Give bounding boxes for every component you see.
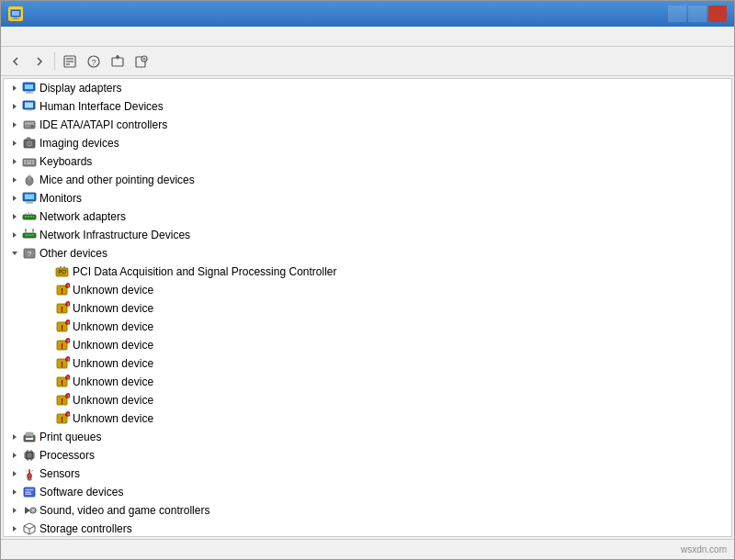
expand-icon-unknown3[interactable] <box>40 319 55 334</box>
tree-item-keyboards[interactable]: Keyboards <box>4 152 731 171</box>
menu-view[interactable] <box>34 35 49 39</box>
expand-icon-software-devices[interactable] <box>7 485 22 499</box>
expand-icon-print-queues[interactable] <box>7 430 22 444</box>
tree-icon-display-adapters <box>22 81 37 95</box>
tree-icon-unknown1: !! <box>55 283 70 297</box>
tree-item-sensors[interactable]: Sensors <box>4 465 731 483</box>
tree-item-ide-ata[interactable]: IDE ATA/ATAPI controllers <box>4 116 731 134</box>
svg-rect-31 <box>29 161 31 162</box>
tree-item-unknown1[interactable]: !!Unknown device <box>4 281 731 299</box>
svg-text:!: ! <box>61 397 63 406</box>
tree-item-unknown4[interactable]: !!Unknown device <box>4 336 731 354</box>
tree-label-monitors: Monitors <box>40 192 82 205</box>
expand-icon-other-devices[interactable] <box>7 246 22 261</box>
tree-icon-network-adapters <box>22 209 37 224</box>
tree-item-other-devices[interactable]: ?Other devices <box>4 244 731 263</box>
expand-icon-human-interface[interactable] <box>7 99 22 114</box>
tree-item-network-adapters[interactable]: Network adapters <box>4 207 731 226</box>
tree-item-unknown2[interactable]: !!Unknown device <box>4 299 731 318</box>
svg-point-114 <box>28 474 32 478</box>
scan-button[interactable] <box>130 50 153 73</box>
tree-icon-unknown8: !! <box>55 411 70 426</box>
expand-icon-processors[interactable] <box>7 448 22 463</box>
svg-point-98 <box>31 436 33 438</box>
expand-icon-sensors[interactable] <box>7 466 22 481</box>
expand-icon-network-adapters[interactable] <box>7 209 22 224</box>
tree-label-unknown2: Unknown device <box>73 302 153 315</box>
tree-item-network-infra[interactable]: Network Infrastructure Devices <box>4 226 731 244</box>
tree-label-storage: Storage controllers <box>40 522 132 535</box>
tree-item-imaging[interactable]: Imaging devices <box>4 134 731 152</box>
svg-rect-1 <box>12 11 19 16</box>
svg-text:!: ! <box>61 305 63 314</box>
tree-item-storage[interactable]: Storage controllers <box>4 520 731 537</box>
expand-icon-network-infra[interactable] <box>7 228 22 242</box>
expand-icon-unknown4[interactable] <box>40 338 55 353</box>
svg-rect-29 <box>24 161 26 162</box>
tree-icon-unknown5: !! <box>55 356 70 371</box>
expand-icon-unknown1[interactable] <box>40 283 55 297</box>
tree-icon-unknown7: !! <box>55 393 70 408</box>
maximize-button[interactable] <box>688 6 707 22</box>
svg-rect-23 <box>25 126 29 128</box>
tree-item-unknown6[interactable]: !!Unknown device <box>4 373 731 391</box>
expand-icon-ide-ata[interactable] <box>7 118 22 132</box>
expand-icon-unknown6[interactable] <box>40 375 55 389</box>
toolbar-separator-1 <box>54 52 55 71</box>
close-button[interactable] <box>708 6 727 22</box>
back-button[interactable] <box>5 50 27 73</box>
tree-item-unknown3[interactable]: !!Unknown device <box>4 318 731 336</box>
svg-point-56 <box>32 229 34 230</box>
tree-item-pci-data[interactable]: PCIPCI Data Acquisition and Signal Proce… <box>4 263 731 281</box>
tree-item-unknown7[interactable]: !!Unknown device <box>4 391 731 409</box>
tree-item-display-adapters[interactable]: Display adapters <box>4 79 731 97</box>
device-tree[interactable]: Display adaptersHuman Interface DevicesI… <box>3 78 732 537</box>
svg-rect-42 <box>26 203 33 204</box>
expand-icon-display-adapters[interactable] <box>7 81 22 95</box>
svg-rect-100 <box>28 454 32 458</box>
properties-button[interactable] <box>59 50 81 73</box>
expand-icon-mice[interactable] <box>7 173 22 187</box>
expand-icon-pci-data[interactable] <box>40 264 55 279</box>
forward-button[interactable] <box>28 50 51 73</box>
expand-icon-sound-video[interactable] <box>7 503 22 518</box>
tree-icon-mice <box>22 173 37 187</box>
tree-item-unknown8[interactable]: !!Unknown device <box>4 409 731 428</box>
svg-rect-15 <box>28 91 31 93</box>
expand-icon-unknown8[interactable] <box>40 411 55 426</box>
tree-item-mice[interactable]: Mice and other pointing devices <box>4 171 731 189</box>
svg-rect-32 <box>32 161 34 162</box>
help-button[interactable]: ? <box>83 50 105 73</box>
tree-item-monitors[interactable]: Monitors <box>4 189 731 207</box>
tree-icon-other-devices: ? <box>22 246 37 261</box>
svg-rect-119 <box>26 492 31 494</box>
tree-icon-unknown4: !! <box>55 338 70 353</box>
svg-text:!: ! <box>61 360 63 369</box>
svg-rect-120 <box>26 494 32 496</box>
tree-item-human-interface[interactable]: Human Interface Devices <box>4 97 731 116</box>
svg-text:PCI: PCI <box>59 269 66 274</box>
minimize-button[interactable] <box>668 6 686 22</box>
expand-icon-keyboards[interactable] <box>7 154 22 169</box>
update-driver-button[interactable] <box>107 50 129 73</box>
svg-rect-52 <box>25 235 34 236</box>
tree-item-print-queues[interactable]: Print queues <box>4 428 731 446</box>
tree-item-unknown5[interactable]: !!Unknown device <box>4 354 731 373</box>
menu-action[interactable] <box>19 35 34 39</box>
tree-label-unknown7: Unknown device <box>73 394 153 407</box>
svg-rect-97 <box>26 438 33 440</box>
tree-item-sound-video[interactable]: Sound, video and game controllers <box>4 501 731 520</box>
tree-item-processors[interactable]: Processors <box>4 446 731 465</box>
expand-icon-unknown7[interactable] <box>40 393 55 408</box>
menu-file[interactable] <box>5 35 19 39</box>
expand-icon-storage[interactable] <box>7 521 22 536</box>
expand-icon-imaging[interactable] <box>7 136 22 151</box>
expand-icon-unknown2[interactable] <box>40 301 55 316</box>
svg-rect-33 <box>24 162 26 164</box>
expand-icon-unknown5[interactable] <box>40 356 55 371</box>
svg-rect-26 <box>27 138 30 140</box>
tree-item-software-devices[interactable]: Software devices <box>4 483 731 501</box>
expand-icon-monitors[interactable] <box>7 191 22 206</box>
svg-rect-3 <box>12 18 19 19</box>
menu-help[interactable] <box>49 35 63 39</box>
